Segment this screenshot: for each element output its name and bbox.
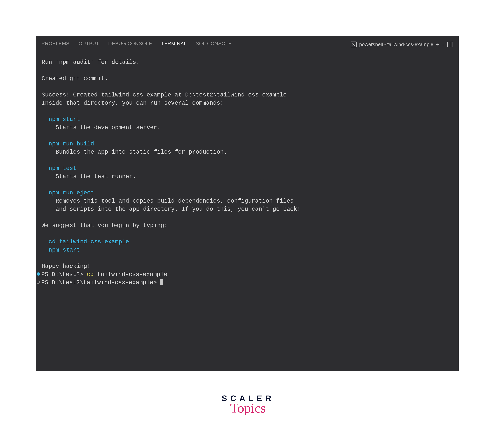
terminal-line bbox=[42, 132, 457, 140]
terminal-line bbox=[42, 181, 457, 189]
terminal-line bbox=[42, 213, 457, 222]
terminal-line: cd tailwind-css-example bbox=[42, 238, 457, 246]
panel-tabs: PROBLEMS OUTPUT DEBUG CONSOLE TERMINAL S… bbox=[42, 41, 232, 48]
terminal-line: Happy hacking! bbox=[42, 262, 457, 270]
terminal-line: Starts the test runner. bbox=[42, 173, 457, 181]
tab-sql-console[interactable]: SQL CONSOLE bbox=[196, 41, 232, 48]
tab-debug-console[interactable]: DEBUG CONSOLE bbox=[108, 41, 152, 48]
powershell-icon bbox=[351, 42, 356, 47]
terminal-line bbox=[42, 66, 457, 75]
terminal-panel: PROBLEMS OUTPUT DEBUG CONSOLE TERMINAL S… bbox=[36, 36, 459, 371]
terminal-line bbox=[42, 254, 457, 262]
terminal-line: npm start bbox=[42, 115, 457, 124]
terminal-line: We suggest that you begin by typing: bbox=[42, 222, 457, 230]
terminal-line: Starts the development server. bbox=[42, 124, 457, 132]
terminal-line: Bundles the app into static files for pr… bbox=[42, 148, 457, 156]
scaler-topics-logo: SCALER Topics bbox=[221, 393, 274, 416]
terminal-line: Removes this tool and copies build depen… bbox=[42, 197, 457, 205]
terminal-line bbox=[42, 107, 457, 115]
chevron-down-icon[interactable]: ⌄ bbox=[441, 42, 445, 47]
terminal-line: npm run build bbox=[42, 140, 457, 148]
tab-terminal[interactable]: TERMINAL bbox=[161, 41, 187, 48]
split-terminal-icon[interactable] bbox=[447, 42, 453, 47]
status-circle-icon bbox=[37, 281, 40, 284]
terminal-line: npm run eject bbox=[42, 189, 457, 197]
terminal-line: npm test bbox=[42, 164, 457, 173]
status-dot-icon bbox=[37, 272, 40, 276]
new-terminal-icon[interactable]: + bbox=[436, 41, 440, 48]
terminal-prompt-line: PS D:\test2\tailwind-css-example> bbox=[36, 279, 457, 287]
terminal-line: Inside that directory, you can run sever… bbox=[42, 99, 457, 107]
terminal-line bbox=[42, 156, 457, 164]
terminal-prompt-line: PS D:\test2> cd tailwind-css-example bbox=[36, 270, 457, 279]
tab-output[interactable]: OUTPUT bbox=[78, 41, 99, 48]
terminal-output[interactable]: Run `npm audit` for details. Created git… bbox=[36, 52, 459, 371]
terminal-line: and scripts into the app directory. If y… bbox=[42, 205, 457, 213]
terminal-line bbox=[42, 83, 457, 91]
terminal-line: Created git commit. bbox=[42, 75, 457, 83]
terminal-line: Run `npm audit` for details. bbox=[42, 58, 457, 66]
terminal-line: Success! Created tailwind-css-example at… bbox=[42, 91, 457, 99]
panel-tab-bar: PROBLEMS OUTPUT DEBUG CONSOLE TERMINAL S… bbox=[36, 36, 459, 52]
terminal-line: npm start bbox=[42, 246, 457, 254]
terminal-cursor bbox=[160, 279, 163, 285]
tab-problems[interactable]: PROBLEMS bbox=[42, 41, 69, 48]
terminal-line bbox=[42, 230, 457, 238]
terminal-name: powershell - tailwind-css-example bbox=[359, 42, 433, 47]
terminal-selector[interactable]: powershell - tailwind-css-example + ⌄ bbox=[351, 41, 453, 48]
